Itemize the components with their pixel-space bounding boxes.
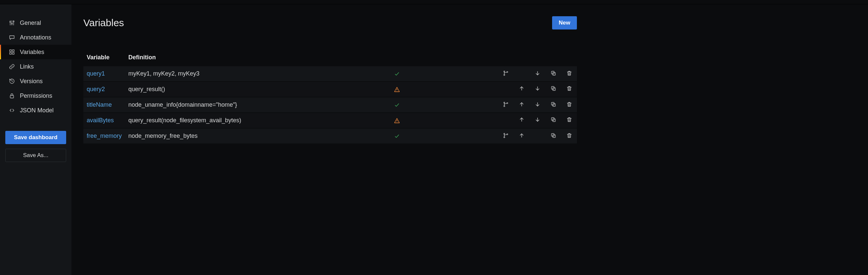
svg-rect-7 — [12, 50, 14, 51]
variable-definition: node_uname_info{domainname="home"} — [125, 98, 390, 112]
table-row: availBytesquery_result(node_filesystem_a… — [83, 113, 577, 128]
table-row: titleNamenode_uname_info{domainname="hom… — [83, 98, 577, 112]
grid-icon — [9, 49, 15, 55]
svg-point-4 — [11, 23, 12, 24]
move-down-icon[interactable] — [534, 101, 541, 108]
delete-icon[interactable] — [566, 132, 573, 139]
column-header-definition: Definition — [125, 54, 390, 65]
lock-icon — [9, 92, 15, 99]
variable-link[interactable]: availBytes — [87, 117, 114, 123]
branch-icon[interactable] — [502, 70, 509, 77]
sidebar-item-label: Variables — [20, 49, 44, 56]
action-placeholder — [502, 116, 509, 123]
duplicate-icon[interactable] — [550, 116, 557, 123]
duplicate-icon[interactable] — [550, 85, 557, 92]
delete-icon[interactable] — [566, 116, 573, 123]
move-up-icon[interactable] — [518, 116, 525, 123]
sidebar-item-label: JSON Model — [20, 107, 54, 114]
table-row: query2query_result() — [83, 82, 577, 97]
variable-definition: node_memory_free_bytes — [125, 129, 390, 143]
settings-sidebar: General Annotations Variables Links — [0, 4, 71, 275]
delete-icon[interactable] — [566, 85, 573, 92]
delete-icon[interactable] — [566, 101, 573, 108]
check-icon — [393, 98, 401, 112]
sidebar-item-general[interactable]: General — [0, 16, 71, 30]
variable-definition: query_result(node_filesystem_avail_bytes… — [125, 113, 390, 128]
column-header-variable: Variable — [83, 54, 125, 65]
move-down-icon[interactable] — [534, 116, 541, 123]
sidebar-item-permissions[interactable]: Permissions — [0, 88, 71, 103]
svg-point-20 — [397, 91, 397, 91]
save-as-button[interactable]: Save As... — [5, 149, 66, 162]
warning-icon — [393, 82, 401, 97]
sidebar-item-label: Versions — [20, 78, 43, 85]
column-header-actions — [404, 54, 577, 65]
sidebar-item-label: Permissions — [20, 92, 52, 100]
history-icon — [9, 78, 15, 84]
svg-point-3 — [9, 22, 10, 23]
duplicate-icon[interactable] — [550, 132, 557, 139]
sidebar-item-json-model[interactable]: JSON Model — [0, 103, 71, 118]
sliders-icon — [9, 20, 15, 26]
sidebar-item-links[interactable]: Links — [0, 59, 71, 74]
check-icon — [393, 129, 401, 143]
branch-icon[interactable] — [502, 132, 509, 139]
svg-point-37 — [397, 122, 397, 122]
sidebar-item-versions[interactable]: Versions — [0, 74, 71, 88]
move-up-icon[interactable] — [518, 85, 525, 92]
svg-point-5 — [13, 21, 14, 22]
delete-icon[interactable] — [566, 70, 573, 77]
move-down-icon[interactable] — [534, 70, 541, 77]
variable-link[interactable]: query1 — [87, 70, 105, 77]
duplicate-icon[interactable] — [550, 70, 557, 77]
variable-definition: myKey1, myKey2, myKey3 — [125, 66, 390, 81]
action-placeholder — [518, 70, 525, 77]
sidebar-item-label: Annotations — [20, 34, 51, 41]
variables-table: Variable Definition query1myKey1, myKey2… — [83, 53, 577, 144]
duplicate-icon[interactable] — [550, 101, 557, 108]
move-up-icon[interactable] — [518, 132, 525, 139]
table-row: free_memorynode_memory_free_bytes — [83, 129, 577, 143]
sidebar-item-label: Links — [20, 63, 34, 70]
svg-rect-9 — [12, 53, 14, 54]
action-placeholder — [502, 85, 509, 92]
link-icon — [9, 63, 15, 70]
variable-definition: query_result() — [125, 82, 390, 97]
page-title: Variables — [83, 17, 124, 28]
variable-link[interactable]: titleName — [87, 101, 112, 108]
branch-icon[interactable] — [502, 101, 509, 108]
variable-link[interactable]: query2 — [87, 86, 105, 92]
action-placeholder — [534, 132, 541, 139]
check-icon — [393, 66, 401, 81]
sidebar-item-annotations[interactable]: Annotations — [0, 30, 71, 45]
column-header-status — [390, 54, 404, 65]
table-row: query1myKey1, myKey2, myKey3 — [83, 66, 577, 81]
new-variable-button[interactable]: New — [552, 16, 577, 29]
sidebar-item-variables[interactable]: Variables — [0, 45, 71, 59]
top-bar — [0, 0, 868, 4]
svg-rect-8 — [9, 53, 11, 54]
warning-icon — [393, 113, 401, 128]
code-icon — [9, 107, 15, 114]
move-up-icon[interactable] — [518, 101, 525, 108]
save-dashboard-button[interactable]: Save dashboard — [5, 131, 66, 144]
sidebar-item-label: General — [20, 20, 41, 27]
variable-link[interactable]: free_memory — [87, 133, 122, 139]
svg-rect-10 — [10, 95, 14, 98]
main-panel: Variables New Variable Definition query1… — [71, 4, 868, 275]
comment-icon — [9, 34, 15, 41]
svg-rect-6 — [9, 50, 11, 51]
move-down-icon[interactable] — [534, 85, 541, 92]
